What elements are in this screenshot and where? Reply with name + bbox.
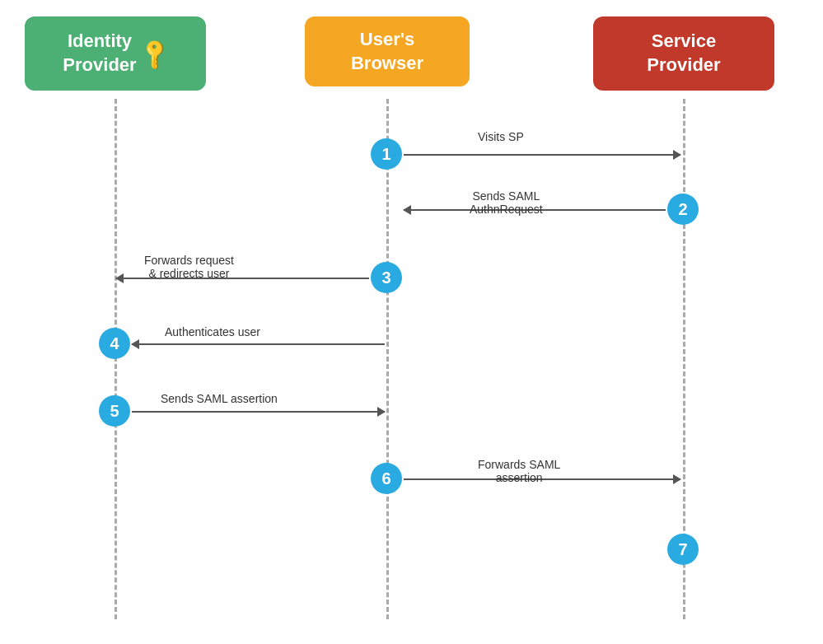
sp-label: ServiceProvider bbox=[647, 30, 720, 77]
key-icon: 🔑 bbox=[136, 35, 173, 72]
step-7-circle: 7 bbox=[667, 534, 699, 565]
step-1-arrow bbox=[404, 154, 680, 156]
step-5-label: Sends SAML assertion bbox=[161, 392, 278, 405]
step-3-label: Forwards request& redirects user bbox=[144, 254, 234, 280]
header-idp: IdentityProvider 🔑 bbox=[25, 16, 206, 91]
step-2-circle: 2 bbox=[667, 194, 699, 225]
browser-label: User'sBrowser bbox=[351, 28, 423, 75]
header-sp: ServiceProvider bbox=[593, 16, 774, 91]
step-5-circle: 5 bbox=[99, 395, 130, 427]
step-2-label: Sends SAMLAuthnRequest bbox=[470, 189, 543, 216]
step-3-circle: 3 bbox=[371, 262, 402, 293]
idp-dashed-line bbox=[115, 99, 117, 619]
step-1-circle: 1 bbox=[371, 138, 402, 170]
browser-dashed-line bbox=[386, 99, 389, 619]
step-4-label: Authenticates user bbox=[165, 325, 260, 338]
header-browser: User'sBrowser bbox=[305, 16, 470, 86]
diagram-container: IdentityProvider 🔑 User'sBrowser Service… bbox=[0, 0, 823, 644]
step-4-arrow bbox=[132, 343, 385, 345]
step-6-circle: 6 bbox=[371, 463, 402, 494]
step-1-label: Visits SP bbox=[478, 130, 524, 143]
step-4-circle: 4 bbox=[99, 328, 130, 359]
idp-label: IdentityProvider bbox=[63, 30, 136, 77]
step-5-arrow bbox=[132, 411, 385, 413]
step-6-label: Forwards SAMLassertion bbox=[478, 458, 560, 484]
